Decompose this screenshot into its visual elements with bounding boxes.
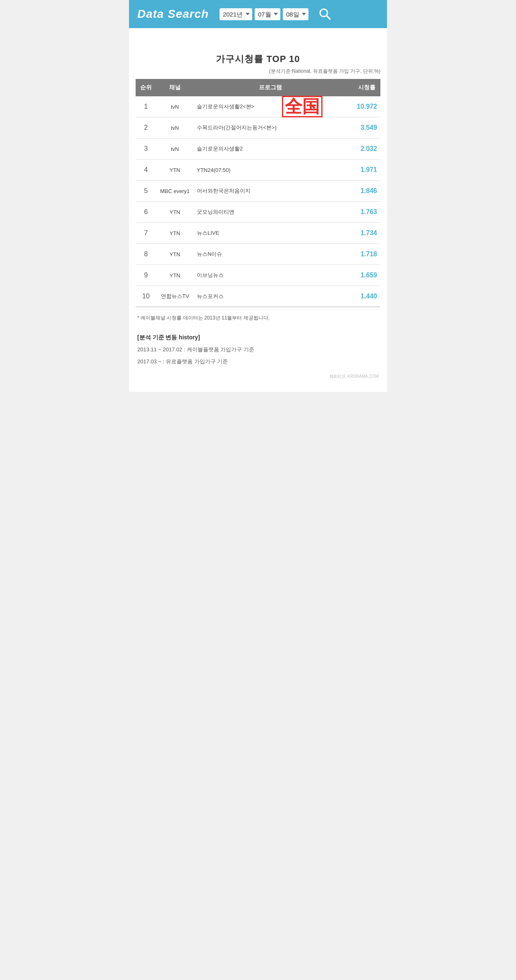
cell-channel: tvN [156, 117, 194, 138]
cell-program: 어서와한국은처음이지 [194, 181, 347, 202]
footnote: * 케이블채널 시청률 데이터는 2013년 11월부터 제공됩니다. [136, 315, 380, 322]
cell-rating: 2.032 [347, 138, 380, 160]
cell-rating: 3.549 [347, 117, 380, 138]
cell-channel: tvN [156, 96, 194, 117]
cell-rank: 10 [136, 286, 156, 307]
cell-rank: 9 [136, 265, 156, 286]
cell-channel: tvN [156, 138, 194, 160]
footer-watermark: 韩剧社区 KRDRAMA.COM [136, 370, 380, 379]
cell-program: 뉴스포커스 [194, 286, 347, 307]
cell-program: 굿모닝와이티엔 [194, 202, 347, 223]
cell-rating: 1.440 [347, 286, 380, 307]
table-row: 2tvN수목드라마(간절어지는동거<본>)3.549 [136, 117, 380, 138]
table-body: 1tvN슬기로운의사생활2<본>全国10.9722tvN수목드라마(간절어지는동… [136, 96, 380, 307]
table-row: 8YTN뉴스N이슈1.718 [136, 244, 380, 265]
chinese-watermark: 全国 [282, 96, 322, 117]
cell-rating: 1.971 [347, 160, 380, 181]
cell-channel: YTN [156, 160, 194, 181]
table-title: 가구시청률 TOP 10 [136, 53, 380, 65]
cell-rating: 10.972 [347, 96, 380, 117]
cell-program: YTN24(07:50) [194, 160, 347, 181]
table-subtitle: (분석기준:National, 유료플랫폼 가입 가구, 단위:%) [136, 68, 380, 75]
cell-rank: 6 [136, 202, 156, 223]
cell-rank: 8 [136, 244, 156, 265]
cell-program: 뉴스N이슈 [194, 244, 347, 265]
header: Data Search 2021년 07월 08일 [129, 0, 387, 28]
app-title: Data Search [137, 7, 209, 21]
search-icon [318, 7, 332, 21]
table-row: 5MBC every1어서와한국은처음이지1.846 [136, 181, 380, 202]
cell-channel: YTN [156, 202, 194, 223]
cell-channel: YTN [156, 265, 194, 286]
cell-channel: YTN [156, 244, 194, 265]
ratings-table: 순위 채널 프로그램 시청률 1tvN슬기로운의사생활2<본>全国10.9722… [136, 79, 380, 307]
table-section: 가구시청률 TOP 10 (분석기준:National, 유료플랫폼 가입 가구… [129, 53, 387, 392]
date-selectors: 2021년 07월 08일 [220, 8, 308, 20]
cell-rating: 1.659 [347, 265, 380, 286]
cell-channel: YTN [156, 223, 194, 244]
history-item: 2013.11 ~ 2017.02 : 케이블플랫폼 가입가구 기준 [137, 346, 379, 354]
history-item: 2017.03 ~ : 유료플랫폼 가입가구 기준 [137, 358, 379, 366]
col-program: 프로그램 [194, 79, 347, 96]
cell-program: 뉴스LIVE [194, 223, 347, 244]
cell-rating: 1.718 [347, 244, 380, 265]
cell-rating: 1.846 [347, 181, 380, 202]
table-row: 1tvN슬기로운의사생활2<본>全国10.972 [136, 96, 380, 117]
table-row: 3tvN슬기로운의사생활22.032 [136, 138, 380, 160]
cell-program: 슬기로운의사생활2 [194, 138, 347, 160]
cell-program: 이브닝뉴스 [194, 265, 347, 286]
year-select[interactable]: 2021년 [220, 8, 252, 20]
cell-rank: 4 [136, 160, 156, 181]
spacer [129, 28, 387, 53]
month-select[interactable]: 07월 [255, 8, 280, 20]
table-row: 7YTN뉴스LIVE1.734 [136, 223, 380, 244]
day-select[interactable]: 08일 [283, 8, 308, 20]
search-button[interactable] [318, 7, 332, 21]
cell-rating: 1.763 [347, 202, 380, 223]
cell-rank: 2 [136, 117, 156, 138]
cell-rank: 5 [136, 181, 156, 202]
history-title: [분석 기준 변동 history] [137, 334, 379, 341]
cell-channel: MBC every1 [156, 181, 194, 202]
table-row: 4YTNYTN24(07:50)1.971 [136, 160, 380, 181]
table-row: 9YTN이브닝뉴스1.659 [136, 265, 380, 286]
col-rating: 시청률 [347, 79, 380, 96]
cell-rating: 1.734 [347, 223, 380, 244]
cell-rank: 7 [136, 223, 156, 244]
cell-program: 슬기로운의사생활2<본>全国 [194, 96, 347, 117]
table-header-row: 순위 채널 프로그램 시청률 [136, 79, 380, 96]
table-row: 10연합뉴스TV뉴스포커스1.440 [136, 286, 380, 307]
history-items: 2013.11 ~ 2017.02 : 케이블플랫폼 가입가구 기준2017.0… [137, 346, 379, 366]
history-section: [분석 기준 변동 history] 2013.11 ~ 2017.02 : 케… [136, 334, 380, 366]
cell-program: 수목드라마(간절어지는동거<본>) [194, 117, 347, 138]
cell-channel: 연합뉴스TV [156, 286, 194, 307]
svg-line-1 [326, 16, 330, 19]
col-rank: 순위 [136, 79, 156, 96]
cell-rank: 3 [136, 138, 156, 160]
col-channel: 채널 [156, 79, 194, 96]
cell-rank: 1 [136, 96, 156, 117]
table-row: 6YTN굿모닝와이티엔1.763 [136, 202, 380, 223]
